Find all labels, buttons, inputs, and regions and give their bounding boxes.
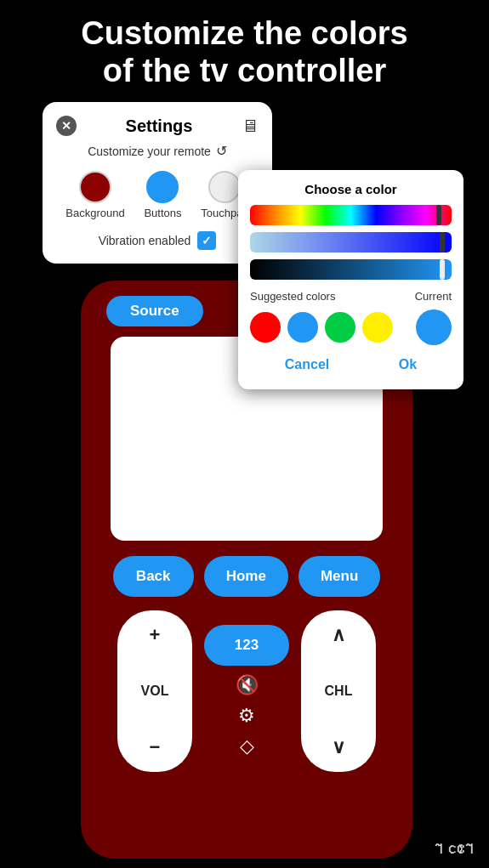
picker-actions: Cancel Ok — [250, 352, 452, 377]
suggested-row: Suggested colors Current — [250, 290, 452, 303]
vol-minus-icon[interactable]: − — [150, 736, 161, 758]
diamond-icon[interactable]: ◇ — [240, 735, 254, 757]
suggested-blue[interactable] — [287, 312, 318, 343]
background-label: Background — [65, 207, 124, 219]
color-picker-panel: Choose a color Suggested colors Current … — [238, 170, 463, 389]
vibration-row: Vibration enabled ✓ — [56, 231, 259, 250]
controls-row: + VOL − 123 🔇 ⚙ ◇ ∧ CHL ∨ — [117, 610, 376, 772]
dark-bar-thumb[interactable] — [440, 259, 445, 280]
picker-title: Choose a color — [250, 182, 452, 196]
logo-text: ᲄ ᲃᲀᲄ — [435, 840, 474, 858]
sug-current-row — [250, 309, 452, 345]
refresh-icon[interactable]: ↺ — [216, 143, 227, 159]
vol-label: VOL — [141, 684, 169, 699]
tv-icon: 🖥 — [242, 116, 259, 136]
num-button[interactable]: 123 — [204, 625, 289, 666]
buttons-option: Buttons — [144, 171, 181, 219]
settings-title: Settings — [77, 116, 242, 136]
customize-row: Customize your remote ↺ — [56, 143, 259, 159]
back-button[interactable]: Back — [113, 556, 194, 597]
logo-area: ᲄ ᲃᲀᲄ — [435, 840, 474, 858]
home-button[interactable]: Home — [204, 556, 288, 597]
buttons-label: Buttons — [144, 207, 181, 219]
dark-bar[interactable] — [250, 259, 452, 280]
chl-up-icon[interactable]: ∧ — [332, 624, 345, 646]
color-options: Background Buttons Touchpad — [56, 171, 259, 219]
settings-close-button[interactable]: ✕ — [56, 116, 77, 136]
chl-down-icon[interactable]: ∨ — [332, 736, 345, 758]
cancel-button[interactable]: Cancel — [271, 352, 343, 377]
customize-label: Customize your remote — [88, 145, 211, 158]
vol-plus-icon[interactable]: + — [150, 624, 161, 646]
nav-buttons: Back Home Menu — [113, 556, 381, 597]
background-color-circle[interactable] — [79, 171, 111, 203]
sug-current-circles — [250, 312, 393, 343]
vibration-checkbox[interactable]: ✓ — [197, 231, 216, 250]
middle-controls: 123 🔇 ⚙ ◇ — [204, 625, 289, 757]
page-title: Customize the colors of the tv controlle… — [26, 15, 463, 89]
settings-icon[interactable]: ⚙ — [238, 705, 255, 727]
suggested-red[interactable] — [250, 312, 281, 343]
blue-bar-thumb[interactable] — [440, 232, 445, 252]
settings-header: ✕ Settings 🖥 — [56, 116, 259, 136]
ok-button[interactable]: Ok — [385, 352, 430, 377]
touchpad-color-circle[interactable] — [208, 171, 241, 203]
source-button[interactable]: Source — [106, 296, 203, 326]
current-color-circle — [416, 309, 452, 345]
buttons-color-circle[interactable] — [146, 171, 179, 203]
suggested-green[interactable] — [325, 312, 355, 343]
rainbow-bar-thumb[interactable] — [436, 205, 441, 225]
menu-button[interactable]: Menu — [299, 556, 380, 597]
suggested-label: Suggested colors — [250, 290, 335, 303]
title-section: Customize the colors of the tv controlle… — [0, 0, 489, 101]
vol-control: + VOL − — [117, 610, 192, 772]
blue-bar[interactable] — [250, 232, 452, 252]
background-option: Background — [65, 171, 124, 219]
vibration-label: Vibration enabled — [99, 234, 191, 247]
current-label: Current — [415, 290, 452, 303]
suggested-yellow[interactable] — [362, 312, 393, 343]
chl-control: ∧ CHL ∨ — [301, 610, 376, 772]
mute-icon[interactable]: 🔇 — [236, 674, 259, 696]
rainbow-bar[interactable] — [250, 205, 452, 225]
chl-label: CHL — [325, 684, 353, 699]
